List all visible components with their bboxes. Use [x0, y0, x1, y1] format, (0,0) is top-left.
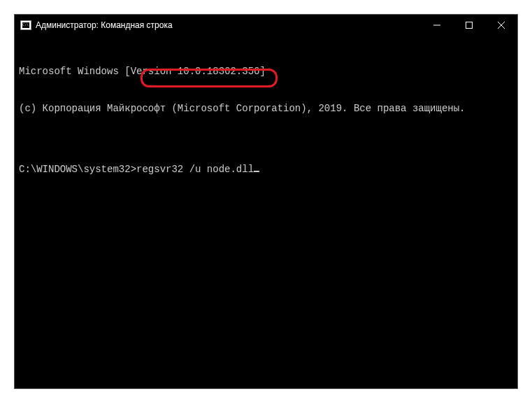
svg-rect-1: [466, 22, 473, 29]
maximize-button[interactable]: [453, 15, 485, 36]
command-input: regsvr32 /u node.dll: [136, 164, 254, 176]
terminal-output[interactable]: Microsoft Windows [Version 10.0.18362.35…: [15, 36, 517, 388]
prompt-path: C:\WINDOWS\system32>: [19, 164, 136, 176]
titlebar[interactable]: Администратор: Командная строка: [15, 15, 517, 36]
prompt-line: C:\WINDOWS\system32>regsvr32 /u node.dll: [19, 164, 513, 176]
close-button[interactable]: [485, 15, 517, 36]
minimize-button[interactable]: [421, 15, 453, 36]
window-title: Администратор: Командная строка: [36, 20, 421, 30]
copyright-line: (c) Корпорация Майкрософт (Microsoft Cor…: [19, 103, 513, 115]
window-controls: [421, 15, 517, 36]
cursor: [254, 171, 259, 172]
version-line: Microsoft Windows [Version 10.0.18362.35…: [19, 66, 513, 78]
cmd-icon: [20, 20, 31, 30]
command-prompt-window: Администратор: Командная строка Microsof…: [14, 14, 518, 389]
